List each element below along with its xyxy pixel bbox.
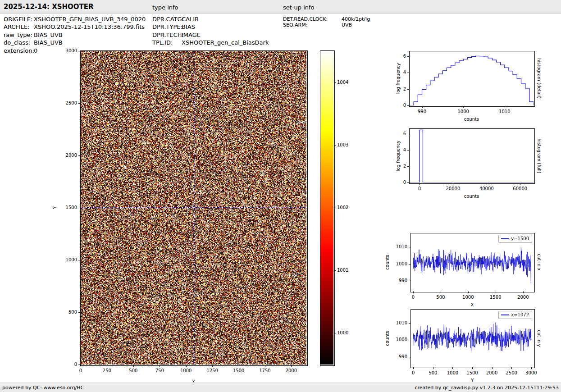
tick-mark — [78, 312, 80, 313]
tick-mark — [265, 365, 265, 367]
cut_x-right-label: cut in x — [536, 254, 542, 270]
bias_image-xtick: 0 — [79, 368, 82, 374]
colorbar-tick: 1001 — [337, 268, 348, 273]
bias_image-xtick: 1500 — [233, 368, 244, 374]
tick-mark — [160, 365, 160, 367]
colorbar-tick: 1004 — [337, 80, 348, 85]
tick-mark — [487, 183, 487, 185]
tick-mark — [212, 365, 213, 367]
tick-mark — [453, 183, 453, 185]
histogram_detail-right-label: histogram (detail) — [536, 58, 542, 99]
bias_image-xtick: 1750 — [259, 368, 270, 374]
colorbar-canvas — [320, 51, 333, 365]
tick-mark — [78, 365, 80, 365]
tick-mark — [407, 150, 409, 150]
histogram_detail-canvas — [410, 51, 534, 105]
colorbar-tick: 1002 — [337, 205, 348, 210]
histogram_detail-xtick: 1000 — [457, 109, 469, 114]
colorbar-tick: 1003 — [337, 142, 348, 148]
tick-mark — [452, 367, 453, 369]
histogram_full-xtick: 60000 — [513, 186, 527, 191]
histogram_detail-ytick: 2 — [379, 87, 406, 92]
cut_y-right-label: cut in y — [536, 330, 542, 346]
histogram_detail-ytick: 4 — [379, 70, 406, 75]
cut_y-xtick: 2000 — [486, 370, 497, 376]
footer-created-by: created by qc_rawdisp.py v1.2.3 on 2025-… — [415, 385, 559, 391]
tick-mark — [409, 281, 410, 281]
histogram_full-xlabel: counts — [464, 194, 479, 199]
histogram_detail-plot — [409, 51, 535, 107]
tick-mark — [291, 365, 292, 367]
colorbar-tick-mark — [334, 145, 336, 146]
histogram_full-xtick: 40000 — [479, 186, 494, 191]
tick-mark — [407, 182, 409, 183]
cut_x-ytick: 1000 — [380, 261, 407, 267]
histogram_detail-ytick: 6 — [379, 54, 406, 59]
tick-mark — [407, 73, 409, 73]
colorbar-tick: 1000 — [337, 330, 348, 336]
cut_x-xtick: 0 — [412, 295, 415, 300]
tick-mark — [407, 89, 409, 90]
cut_y-xtick: 1500 — [466, 370, 478, 376]
colorbar-tick-mark — [334, 208, 336, 208]
histogram_detail-xlabel: counts — [464, 117, 479, 122]
cut_y-xtick: 500 — [429, 370, 437, 376]
cut_x-xtick: 2000 — [517, 295, 529, 300]
tick-mark — [413, 292, 414, 293]
cut_x-ytick: 990 — [380, 278, 407, 283]
cut_x-legend: y=1500 — [498, 235, 532, 243]
tick-mark — [505, 106, 505, 108]
histogram_full-ytick: 4 — [379, 147, 406, 153]
cut_y-legend-label: x=1072 — [511, 312, 529, 318]
cut_x-legend-label: y=1500 — [511, 236, 529, 242]
tick-mark — [78, 51, 80, 51]
cut_y-ylabel: counts — [385, 331, 390, 346]
histogram_full-ytick: 6 — [379, 131, 406, 137]
cut_y-xtick: 0 — [412, 370, 415, 376]
tick-mark — [409, 264, 410, 264]
bias_image-xtick: 2000 — [286, 368, 297, 374]
cut_y-xtick: 3000 — [525, 370, 537, 376]
tick-mark — [520, 183, 520, 185]
tick-mark — [433, 367, 433, 369]
bias_image-xtick: 1000 — [180, 368, 192, 374]
footer-bar: powered by QC: www.eso.org/HC created by… — [0, 383, 561, 392]
histogram_full-right-label: histogram (full) — [536, 138, 542, 173]
tick-mark — [422, 106, 423, 108]
bias_image-xtick: 500 — [129, 368, 137, 374]
histogram_full-xtick: 20000 — [446, 186, 460, 191]
histogram_detail-ytick: 0 — [379, 103, 406, 108]
cut_x-xtick: 500 — [436, 295, 445, 300]
histogram_full-ylabel: log frequency — [396, 140, 401, 171]
tick-mark — [78, 103, 80, 104]
tick-mark — [186, 365, 187, 367]
tick-mark — [407, 134, 409, 134]
histogram_full-canvas — [410, 129, 534, 182]
colorbar-tick-mark — [334, 270, 336, 271]
cut_y-ytick: 990 — [380, 354, 407, 360]
legend-line-sample — [501, 315, 509, 315]
cut_x-xtick: 1500 — [490, 295, 501, 300]
bias_image-ytick: 2000 — [50, 153, 77, 158]
bias_image-canvas — [81, 51, 306, 365]
tick-mark — [78, 208, 80, 208]
cut_x-ytick: 1010 — [380, 244, 407, 250]
plots-area: 0250500750100012501500175020000500100015… — [0, 0, 561, 392]
tick-mark — [78, 155, 80, 156]
bias_image-plot — [80, 50, 308, 366]
tick-mark — [409, 340, 410, 340]
cut_x-xlabel: X — [471, 302, 474, 308]
histogram_detail-ylabel: log frequency — [396, 63, 401, 94]
tick-mark — [409, 247, 410, 247]
histogram_detail-xtick: 990 — [418, 109, 426, 114]
colorbar-tick-mark — [334, 333, 336, 333]
cut_y-xtick: 1000 — [447, 370, 458, 376]
tick-mark — [531, 367, 532, 369]
tick-mark — [409, 323, 410, 324]
tick-mark — [81, 365, 81, 367]
tick-mark — [472, 367, 473, 369]
cut_y-ytick: 1010 — [380, 320, 407, 326]
tick-mark — [492, 367, 493, 369]
colorbar-tick-mark — [334, 82, 336, 83]
legend-line-sample — [501, 238, 509, 239]
